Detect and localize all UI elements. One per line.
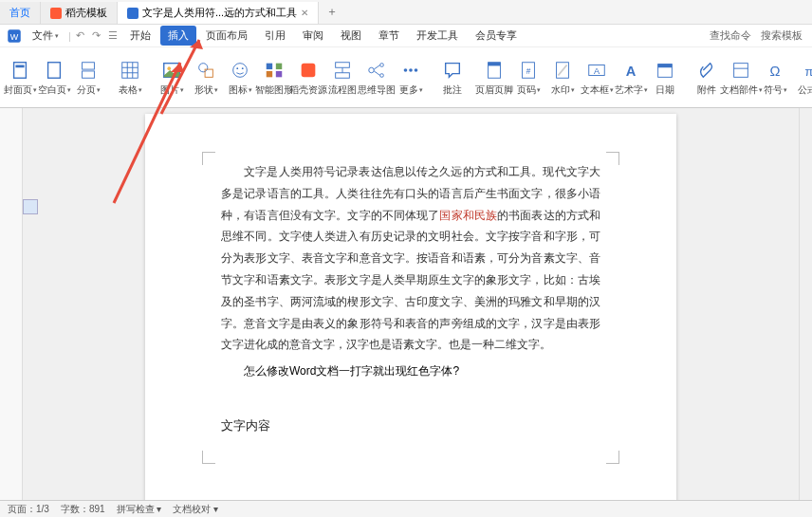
close-icon[interactable]: ✕: [301, 8, 308, 18]
ribbon-icons-button[interactable]: 图标▾: [224, 51, 256, 104]
ribbon-table-button[interactable]: 表格▾: [114, 51, 146, 104]
ribbon-label: 文本框▾: [581, 83, 614, 97]
docer-icon: [297, 59, 320, 82]
picture-icon: [160, 59, 183, 82]
svg-point-32: [404, 68, 408, 72]
shape-icon: [194, 59, 217, 82]
ribbon-smart-button[interactable]: 智能图形: [258, 51, 290, 104]
svg-point-17: [236, 67, 238, 69]
ribbon-cover-button[interactable]: 封面页▾: [4, 51, 36, 104]
ribbon-shape-button[interactable]: 形状▾: [190, 51, 222, 104]
ribbon-label: 表格▾: [119, 83, 142, 97]
chevron-down-icon: ▾: [537, 86, 541, 94]
tab-label: 文字是人类用符...远的方式和工具: [142, 6, 297, 20]
ribbon-label: 流程图: [328, 83, 357, 97]
svg-rect-21: [267, 70, 272, 76]
svg-text:A: A: [594, 65, 600, 75]
svg-point-28: [380, 63, 384, 66]
svg-point-13: [167, 66, 171, 70]
docer-icon: [50, 8, 62, 19]
title-bar: 首页 稻壳模板 文字是人类用符...远的方式和工具 ✕ ＋: [0, 0, 812, 25]
ribbon-docer-button[interactable]: 稻壳资源: [292, 51, 324, 104]
ribbon-pgnum-button[interactable]: #页码▾: [512, 51, 544, 104]
ribbon-wm-button[interactable]: 水印▾: [546, 51, 579, 104]
ribbon-eq-button[interactable]: π公式▾: [793, 51, 812, 104]
status-spellcheck[interactable]: 拼写检查 ▾: [117, 503, 162, 516]
svg-point-14: [199, 63, 208, 71]
menu-devtools[interactable]: 开发工具: [409, 26, 466, 46]
ribbon-label: 水印▾: [551, 83, 575, 97]
chevron-down-icon: ▾: [67, 86, 71, 94]
ribbon-mind-button[interactable]: 思维导图: [360, 51, 393, 104]
ribbon-picture-button[interactable]: 图片▾: [156, 51, 188, 104]
document-question[interactable]: 怎么修改Word文档一打字就出现红色字体?: [221, 363, 600, 379]
svg-rect-5: [83, 62, 95, 68]
tab-document-active[interactable]: 文字是人类用符...远的方式和工具 ✕: [118, 2, 319, 24]
status-page[interactable]: 页面：1/3: [8, 503, 49, 516]
save-icon[interactable]: ☰: [105, 29, 120, 42]
menu-review[interactable]: 审阅: [295, 26, 331, 46]
document-paragraph[interactable]: 文字是人类用符号记录表达信息以传之久远的方式和工具。现代文字大多是记录语言的工具…: [221, 161, 600, 356]
status-doccheck[interactable]: 文档校对 ▾: [173, 503, 218, 516]
ribbon-break-button[interactable]: 分页▾: [72, 51, 104, 104]
chevron-down-icon: ▾: [784, 86, 787, 94]
menu-start[interactable]: 开始: [122, 26, 158, 46]
ribbon-insert: 封面页▾空白页▾分页▾表格▾图片▾形状▾图标▾智能图形稻壳资源流程图思维导图更多…: [0, 47, 812, 108]
svg-rect-20: [276, 63, 282, 68]
margin-corner: [202, 152, 215, 165]
ribbon-symbol-button[interactable]: Ω符号▾: [759, 51, 791, 104]
chevron-down-icon: ▾: [644, 86, 648, 94]
vertical-scrollbar[interactable]: [799, 108, 812, 500]
vertical-ruler: [0, 108, 23, 500]
date-icon: [654, 59, 676, 82]
ribbon-date-button[interactable]: 日期: [649, 51, 681, 104]
navigation-pane-icon[interactable]: [23, 199, 38, 214]
search-command[interactable]: 查找命令: [710, 28, 751, 43]
svg-line-30: [374, 65, 379, 69]
menu-file[interactable]: 文件 ▾: [25, 26, 66, 46]
ribbon-flow-button[interactable]: 流程图: [326, 51, 359, 104]
svg-rect-45: [658, 64, 673, 67]
ribbon-textbox-button[interactable]: A文本框▾: [581, 51, 613, 104]
more-icon: [399, 59, 422, 82]
ribbon-comment-button[interactable]: 批注: [436, 51, 469, 104]
menu-section[interactable]: 章节: [371, 26, 407, 46]
menu-references[interactable]: 引用: [257, 26, 293, 46]
svg-text:π: π: [805, 64, 812, 78]
chevron-down-icon: ▾: [214, 86, 218, 94]
chevron-down-icon: ▾: [571, 86, 575, 94]
ribbon-attach-button[interactable]: 附件: [691, 51, 723, 104]
tab-add-button[interactable]: ＋: [319, 0, 345, 24]
document-area[interactable]: 文字是人类用符号记录表达信息以传之久远的方式和工具。现代文字大多是记录语言的工具…: [23, 108, 799, 500]
chevron-down-icon: ▾: [55, 32, 59, 40]
tab-docer[interactable]: 稻壳模板: [41, 2, 118, 24]
document-page[interactable]: 文字是人类用符号记录表达信息以传之久远的方式和工具。现代文字大多是记录语言的工具…: [145, 114, 676, 500]
svg-point-29: [380, 73, 384, 77]
menu-view[interactable]: 视图: [333, 26, 369, 46]
ribbon-label: 更多▾: [399, 83, 423, 97]
redo-icon[interactable]: ↷: [89, 29, 103, 42]
break-icon: [77, 59, 100, 82]
ribbon-label: 图标▾: [229, 83, 252, 97]
svg-point-18: [242, 67, 244, 69]
ribbon-label: 文档部件▾: [720, 83, 763, 97]
ribbon-field-button[interactable]: 文档部件▾: [725, 51, 757, 104]
menu-layout[interactable]: 页面布局: [198, 26, 255, 46]
ribbon-more-button[interactable]: 更多▾: [395, 51, 427, 104]
document-subheading[interactable]: 文字内容: [221, 417, 600, 434]
ribbon-blank-button[interactable]: 空白页▾: [38, 51, 70, 104]
document-tabs: 首页 稻壳模板 文字是人类用符...远的方式和工具 ✕ ＋: [0, 0, 345, 24]
chevron-down-icon: ▾: [97, 86, 101, 94]
undo-icon[interactable]: ↶: [73, 29, 87, 42]
tab-home[interactable]: 首页: [0, 2, 41, 24]
mind-icon: [365, 59, 388, 82]
svg-text:W: W: [10, 31, 19, 41]
status-words[interactable]: 字数：891: [61, 503, 105, 516]
flow-icon: [331, 59, 354, 82]
menu-insert[interactable]: 插入: [160, 26, 196, 46]
menu-member[interactable]: 会员专享: [468, 26, 525, 46]
ribbon-label: 空白页▾: [38, 83, 71, 97]
search-template[interactable]: 搜索模板: [761, 28, 803, 43]
ribbon-art-button[interactable]: A艺术字▾: [615, 51, 647, 104]
ribbon-header-button[interactable]: 页眉页脚: [478, 51, 510, 104]
